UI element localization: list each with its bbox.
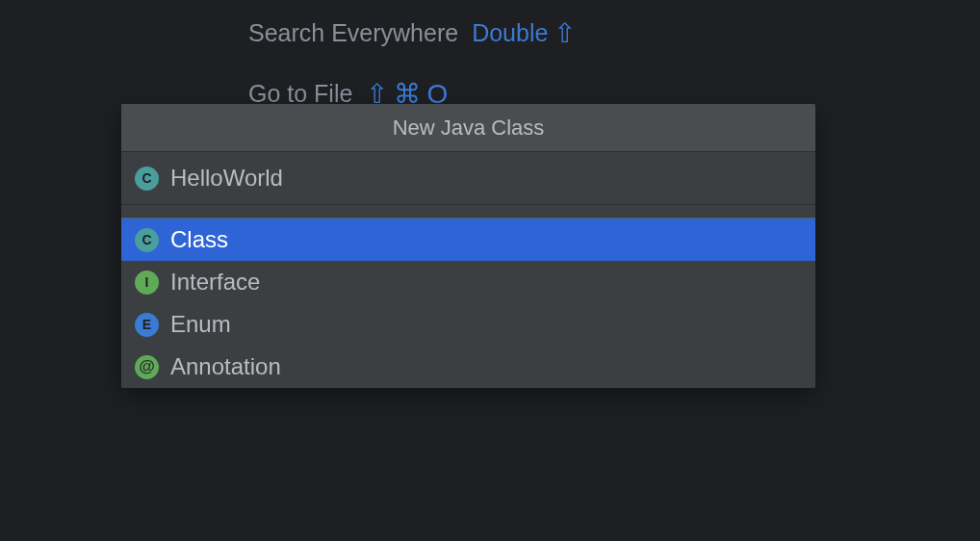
option-label: Enum [170,311,231,338]
option-enum[interactable]: E Enum [121,303,815,346]
option-label: Interface [170,269,260,296]
option-class[interactable]: C Class [121,219,815,261]
dialog-title: New Java Class [121,104,815,151]
class-name-input-row[interactable]: C HelloWorld [121,151,815,205]
option-annotation[interactable]: @ Annotation [121,346,815,388]
hint-search-everywhere: Search Everywhere Double ⇧ [248,19,576,47]
option-interface[interactable]: I Interface [121,261,815,303]
hint-shortcut: Double ⇧ [472,19,576,47]
new-java-class-dialog: New Java Class C HelloWorld C Class I In… [121,104,815,388]
list-separator [121,205,815,219]
hint-label: Search Everywhere [248,19,458,47]
enum-icon: E [135,313,159,337]
class-icon: C [135,167,159,191]
annotation-icon: @ [135,355,159,379]
class-name-input[interactable]: HelloWorld [170,165,283,192]
shortcut-text: Double [472,19,548,47]
option-label: Annotation [170,353,281,380]
class-icon: C [135,228,159,252]
type-option-list: C Class I Interface E Enum @ Annotation [121,219,815,388]
interface-icon: I [135,270,159,295]
option-label: Class [170,226,228,253]
shift-icon: ⇧ [554,20,576,47]
